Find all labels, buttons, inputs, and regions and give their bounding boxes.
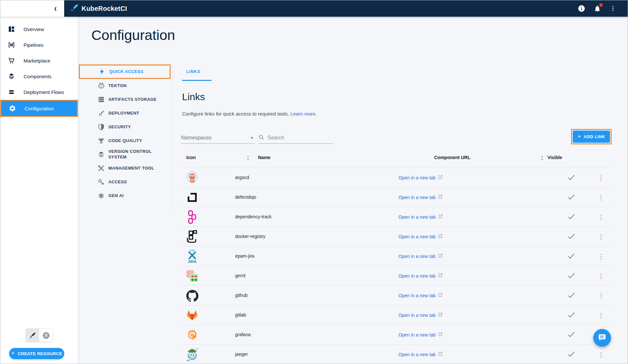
sidebar-item-overview[interactable]: Overview bbox=[0, 21, 78, 37]
sidebar-item-label: Configuration bbox=[25, 106, 54, 111]
open-in-new-tab-link[interactable]: Open in a new tab bbox=[398, 293, 443, 298]
link-name: dependency-track bbox=[235, 214, 271, 219]
config-menu-item-access[interactable]: ACCESS bbox=[79, 175, 173, 189]
config-menu-item-security[interactable]: SECURITY bbox=[79, 120, 173, 134]
external-link-icon bbox=[438, 352, 443, 357]
sidebar-item-configuration[interactable]: Configuration bbox=[0, 100, 78, 117]
config-menu-item-deployment[interactable]: DEPLOYMENT bbox=[79, 106, 173, 120]
open-in-new-tab-link[interactable]: Open in a new tab bbox=[398, 332, 443, 337]
link-name: docker-registry bbox=[235, 234, 266, 239]
table-row: grafanaOpen in a new tab⋮ bbox=[182, 325, 610, 345]
sidebar-item-label: Marketplace bbox=[24, 58, 50, 64]
open-in-new-tab-link[interactable]: Open in a new tab bbox=[398, 352, 443, 357]
sidebar-item-components[interactable]: Components bbox=[0, 68, 78, 84]
row-kebab-menu-icon[interactable]: ⋮ bbox=[597, 192, 606, 203]
config-menu-item-artifacts-storage[interactable]: ARTIFACTS STORAGE bbox=[79, 93, 173, 106]
config-menu-item-tekton[interactable]: TEKTON bbox=[79, 79, 173, 93]
open-in-new-tab-link[interactable]: Open in a new tab bbox=[398, 312, 443, 318]
rocket-icon bbox=[97, 109, 105, 117]
open-in-new-tab-link[interactable]: Open in a new tab bbox=[398, 214, 443, 220]
jira-icon: JIRA bbox=[185, 246, 200, 266]
open-in-new-tab-label: Open in a new tab bbox=[398, 214, 436, 220]
row-kebab-menu-icon[interactable]: ⋮ bbox=[597, 310, 606, 320]
layers-icon bbox=[97, 151, 105, 158]
row-kebab-menu-icon[interactable]: ⋮ bbox=[597, 349, 606, 360]
visible-check-icon bbox=[568, 292, 575, 300]
tab-links[interactable]: LINKS bbox=[186, 69, 200, 74]
pipelines-icon bbox=[8, 41, 15, 49]
open-in-new-tab-label: Open in a new tab bbox=[398, 273, 436, 279]
open-in-new-tab-label: Open in a new tab bbox=[398, 195, 436, 200]
row-kebab-menu-icon[interactable]: ⋮ bbox=[597, 173, 606, 183]
trophy-icon bbox=[97, 137, 105, 145]
rocket-theme-icon[interactable] bbox=[26, 329, 39, 342]
table-row: githubOpen in a new tab⋮ bbox=[182, 286, 610, 305]
config-menu-item-gen-ai[interactable]: GEN AI bbox=[79, 189, 173, 203]
open-in-new-tab-label: Open in a new tab bbox=[398, 234, 436, 239]
add-link-highlight: + ADD LINK bbox=[571, 129, 612, 144]
open-in-new-tab-label: Open in a new tab bbox=[398, 175, 436, 180]
open-in-new-tab-link[interactable]: Open in a new tab bbox=[398, 273, 443, 279]
search-input[interactable] bbox=[267, 135, 326, 141]
namespaces-select[interactable]: Namespaces ▼ bbox=[181, 132, 255, 144]
bolt-icon bbox=[98, 68, 106, 76]
link-name: jaeger bbox=[235, 352, 248, 357]
learn-more-link[interactable]: Learn more. bbox=[290, 111, 317, 117]
table-row: gitlabOpen in a new tab⋮ bbox=[182, 305, 610, 325]
config-menu-item-label: GEN AI bbox=[108, 193, 161, 199]
visible-check-icon bbox=[568, 194, 575, 201]
visible-check-icon bbox=[568, 273, 575, 280]
info-icon[interactable] bbox=[577, 4, 586, 13]
chevron-left-icon[interactable]: ‹ bbox=[54, 4, 57, 13]
open-in-new-tab-link[interactable]: Open in a new tab bbox=[398, 194, 443, 200]
open-in-new-tab-link[interactable]: Open in a new tab bbox=[398, 253, 443, 259]
config-menu-item-management-tool[interactable]: MANAGEMENT TOOL bbox=[79, 161, 173, 175]
sidebar-item-deployment-flows[interactable]: Deployment Flows bbox=[0, 84, 78, 100]
open-in-new-tab-label: Open in a new tab bbox=[398, 254, 436, 259]
sidebar-item-marketplace[interactable]: Marketplace bbox=[0, 53, 78, 68]
config-menu-item-label: VERSION CONTROL SYSTEM bbox=[108, 149, 161, 160]
notifications-icon[interactable] bbox=[593, 4, 601, 13]
section-description-text: Configure links for quick access to requ… bbox=[182, 111, 289, 117]
config-menu-item-code-quality[interactable]: CODE QUALITY bbox=[79, 134, 173, 148]
column-header-visible[interactable]: Visible bbox=[547, 155, 562, 160]
config-menu-item-label: SECURITY bbox=[108, 124, 161, 130]
open-in-new-tab-link[interactable]: Open in a new tab bbox=[398, 175, 443, 180]
row-kebab-menu-icon[interactable]: ⋮ bbox=[597, 231, 606, 242]
column-header-icon[interactable]: Icon bbox=[186, 155, 196, 160]
create-resource-button[interactable]: + CREATE RESOURCE bbox=[9, 348, 64, 359]
chat-icon bbox=[598, 333, 606, 343]
create-resource-label: CREATE RESOURCE bbox=[18, 351, 62, 356]
sidebar-item-pipelines[interactable]: Pipelines bbox=[0, 37, 78, 53]
open-in-new-tab-label: Open in a new tab bbox=[398, 332, 436, 337]
sort-icon[interactable] bbox=[541, 155, 544, 160]
table-row: gerritOpen in a new tab⋮ bbox=[182, 266, 610, 286]
topbar-actions bbox=[577, 4, 628, 13]
column-header-name[interactable]: Name bbox=[258, 155, 270, 160]
add-link-button[interactable]: + ADD LINK bbox=[573, 131, 610, 143]
row-kebab-menu-icon[interactable]: ⋮ bbox=[597, 251, 606, 262]
external-link-icon bbox=[438, 273, 443, 279]
config-menu-item-quick-access[interactable]: QUICK ACCESS bbox=[79, 64, 171, 79]
config-menu-item-label: MANAGEMENT TOOL bbox=[108, 166, 161, 171]
chat-fab-button[interactable] bbox=[593, 329, 611, 347]
open-in-new-tab-link[interactable]: Open in a new tab bbox=[398, 234, 443, 239]
sidebar: OverviewPipelinesMarketplaceComponentsDe… bbox=[0, 17, 78, 364]
plus-icon: + bbox=[11, 350, 15, 357]
row-kebab-menu-icon[interactable]: ⋮ bbox=[597, 271, 606, 281]
svg-text:JIRA: JIRA bbox=[188, 259, 197, 264]
row-kebab-menu-icon[interactable]: ⋮ bbox=[597, 290, 606, 301]
config-menu-item-version-control-system[interactable]: VERSION CONTROL SYSTEM bbox=[79, 148, 173, 161]
row-kebab-menu-icon[interactable]: ⋮ bbox=[597, 212, 606, 222]
external-link-icon bbox=[438, 214, 443, 220]
menu-divider bbox=[173, 65, 173, 209]
sort-icon[interactable] bbox=[247, 155, 249, 160]
kebab-menu-icon[interactable] bbox=[609, 4, 617, 13]
github-icon bbox=[185, 286, 200, 305]
app-title: KubeRocketCI bbox=[82, 5, 127, 12]
deployment-flows-icon bbox=[8, 88, 15, 96]
column-header-component-url[interactable]: Component URL bbox=[434, 155, 470, 160]
external-link-icon bbox=[438, 175, 443, 180]
kubernetes-theme-icon[interactable] bbox=[39, 329, 53, 342]
theme-toggle bbox=[26, 328, 53, 342]
